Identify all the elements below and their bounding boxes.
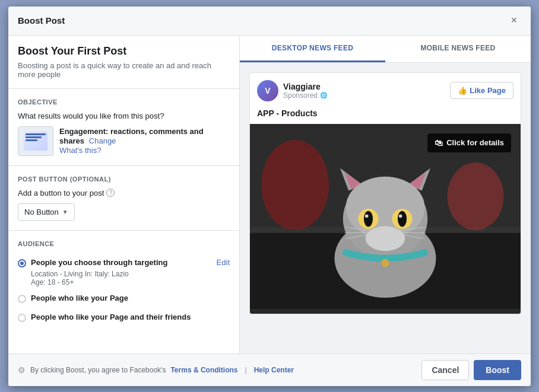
help-icon: ? — [106, 189, 115, 197]
svg-point-14 — [365, 214, 369, 218]
audience-age-detail: Age: 18 - 65+ — [18, 278, 230, 286]
audience-option-friends[interactable]: People who like your Page and their frie… — [18, 308, 230, 327]
objective-question: What results would you like from this po… — [18, 111, 230, 120]
objective-text: Engagement: reactions, comments and shar… — [59, 126, 230, 155]
no-button-label: No Button — [24, 208, 59, 216]
modal-body: Boost Your First Post Boosting a post is… — [8, 36, 531, 353]
objective-change-link[interactable]: Change — [89, 136, 116, 145]
footer-left: ⚙ By clicking Boost, you agree to Facebo… — [18, 365, 294, 375]
post-button-desc: Add a button to your post ? — [18, 189, 230, 197]
like-page-button[interactable]: 👍 Like Page — [450, 82, 513, 99]
globe-icon: 🌐 — [320, 92, 327, 98]
audience-edit-link[interactable]: Edit — [217, 258, 230, 267]
shopping-bag-icon: 🛍 — [435, 138, 443, 148]
boost-button[interactable]: Boost — [474, 360, 521, 380]
page-name: Viaggiare — [283, 82, 327, 91]
audience-option-page-likes[interactable]: People who like your Page — [18, 289, 230, 308]
svg-point-3 — [261, 140, 329, 230]
objective-name: Engagement: reactions, comments and shar… — [59, 127, 204, 145]
post-image-container: 🛍 Click for details — [250, 124, 521, 314]
preview-area: V Viaggiare Sponsored 🌐 — [240, 63, 531, 353]
objective-section-title: OBJECTIVE — [18, 98, 230, 106]
audience-location-detail: Location - Living In: Italy: Lazio — [18, 270, 230, 278]
panel-subheading: Boosting a post is a quick way to create… — [18, 61, 230, 79]
page-info: V Viaggiare Sponsored 🌐 — [257, 80, 327, 101]
radio-friends[interactable] — [18, 314, 26, 322]
post-card-header: V Viaggiare Sponsored 🌐 — [250, 73, 521, 109]
cat-image — [250, 124, 521, 314]
avatar: V — [257, 80, 278, 101]
footer-separator: | — [245, 366, 247, 374]
preview-tabs: DESKTOP NEWS FEED MOBILE NEWS FEED — [240, 36, 531, 63]
tab-mobile-news-feed[interactable]: MOBILE NEWS FEED — [385, 36, 531, 62]
panel-heading: Boost Your First Post — [18, 45, 230, 58]
right-panel: DESKTOP NEWS FEED MOBILE NEWS FEED V Via… — [240, 36, 531, 353]
svg-point-4 — [448, 162, 504, 230]
left-panel-intro: Boost Your First Post Boosting a post is… — [8, 36, 239, 89]
footer-right: Cancel Boost — [421, 360, 521, 380]
objective-section: OBJECTIVE What results would you like fr… — [8, 89, 239, 166]
consent-text: By clicking Boost, you agree to Facebook… — [30, 366, 166, 374]
svg-point-26 — [381, 259, 389, 266]
page-details: Viaggiare Sponsored 🌐 — [283, 82, 327, 100]
gear-icon: ⚙ — [18, 365, 26, 375]
post-button-section: POST BUTTON (Optional) Add a button to y… — [8, 166, 239, 231]
click-for-details-button[interactable]: 🛍 Click for details — [427, 133, 511, 152]
svg-point-17 — [399, 214, 402, 218]
no-button-dropdown[interactable]: No Button ▼ — [18, 203, 75, 221]
sponsored-row: Sponsored 🌐 — [283, 91, 327, 100]
close-button[interactable]: × — [507, 14, 521, 28]
objective-icon-inner — [24, 132, 47, 151]
svg-point-27 — [366, 226, 405, 251]
radio-targeting[interactable] — [18, 259, 26, 267]
modal-overlay: Boost Post × Boost Your First Post Boost… — [0, 0, 539, 392]
audience-targeting-label: People you choose through targeting — [31, 258, 167, 267]
objective-icon — [18, 126, 53, 156]
cancel-button[interactable]: Cancel — [421, 360, 469, 380]
icon-line-3 — [26, 139, 37, 141]
audience-first-row: People you choose through targeting Edit — [18, 258, 230, 267]
icon-line-2 — [26, 136, 42, 138]
sponsored-text: Sponsored — [283, 91, 318, 100]
svg-point-13 — [364, 211, 373, 227]
modal-header: Boost Post × — [8, 7, 531, 36]
like-button-label: Like Page — [470, 86, 506, 95]
boost-post-modal: Boost Post × Boost Your First Post Boost… — [8, 7, 531, 386]
post-button-label-text: Add a button to your post — [18, 189, 104, 197]
dropdown-arrow-icon: ▼ — [62, 209, 68, 215]
whats-this-link[interactable]: What's this? — [59, 146, 101, 155]
post-preview-card: V Viaggiare Sponsored 🌐 — [249, 72, 521, 314]
audience-page-likes-label: People who like your Page — [31, 294, 128, 302]
post-text: APP - Products — [250, 109, 521, 124]
terms-conditions-link[interactable]: Terms & Conditions — [170, 366, 237, 374]
audience-section: AUDIENCE People you choose through targe… — [8, 231, 239, 336]
audience-section-title: AUDIENCE — [18, 240, 230, 247]
help-center-link[interactable]: Help Center — [254, 366, 294, 374]
objective-card: Engagement: reactions, comments and shar… — [18, 126, 230, 156]
svg-point-16 — [398, 211, 407, 227]
tab-desktop-news-feed[interactable]: DESKTOP NEWS FEED — [240, 36, 385, 62]
left-panel: Boost Your First Post Boosting a post is… — [8, 36, 240, 353]
thumb-up-icon: 👍 — [458, 86, 467, 95]
click-for-details-label: Click for details — [446, 138, 504, 147]
audience-friends-label: People who like your Page and their frie… — [31, 313, 191, 321]
modal-title: Boost Post — [18, 15, 65, 26]
modal-footer: ⚙ By clicking Boost, you agree to Facebo… — [8, 353, 531, 386]
icon-line-1 — [26, 133, 46, 135]
radio-page-likes[interactable] — [18, 295, 26, 303]
post-button-title: POST BUTTON (Optional) — [18, 176, 230, 183]
